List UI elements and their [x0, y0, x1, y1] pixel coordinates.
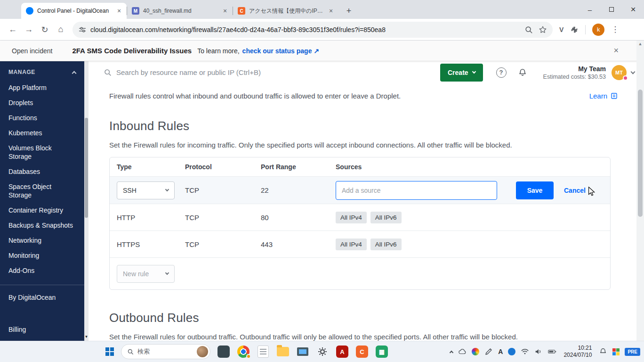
team-avatar[interactable]: MT — [612, 65, 627, 80]
add-source-input[interactable] — [336, 181, 497, 200]
battery-icon[interactable] — [548, 347, 556, 356]
sidebar-item-addons[interactable]: Add-Ons — [0, 263, 84, 278]
status-page-link[interactable]: check our status page ↗ — [242, 47, 319, 55]
tab-digitalocean[interactable]: Control Panel - DigitalOcean × — [21, 3, 127, 19]
window-maximize-button[interactable] — [601, 0, 622, 19]
acrobat-icon[interactable]: A — [334, 343, 351, 360]
http-rule-row[interactable]: HTTP TCP 80 All IPv4 All IPv6 — [110, 204, 610, 230]
bookmark-star-icon[interactable] — [539, 25, 547, 34]
sidebar-item-volumes[interactable]: Volumes Block Storage — [0, 140, 84, 164]
team-name: My Team — [543, 65, 606, 73]
c-app-icon[interactable]: C — [354, 343, 370, 360]
resource-search[interactable]: Search by resource name or public IP (Ct… — [104, 68, 440, 76]
sidebar-scrollbar-thumb[interactable] — [85, 118, 88, 218]
firewall-intro-text: Firewall rules control what inbound and … — [109, 92, 401, 100]
sidebar-item-app-platform[interactable]: App Platform — [0, 80, 84, 95]
pre-badge: PRE — [625, 348, 640, 356]
header-sources: Sources — [336, 163, 516, 171]
page-scrollbar[interactable]: ▲ — [636, 41, 644, 341]
onedrive-cloud-icon[interactable] — [458, 347, 467, 356]
sidebar-section-manage[interactable]: MANAGE — [0, 66, 84, 80]
window-minimize-button[interactable]: – — [579, 0, 601, 19]
taskbar-search-placeholder: 検索 — [137, 347, 150, 356]
green-app-icon[interactable]: ▦ — [373, 343, 390, 360]
v-extension-icon[interactable]: V — [559, 26, 564, 33]
browser-menu-icon[interactable]: ⋮ — [611, 25, 619, 34]
doc-icon — [610, 92, 618, 100]
sidebar-item-droplets[interactable]: Droplets — [0, 95, 84, 110]
scroll-up-arrow[interactable]: ▲ — [636, 41, 644, 46]
sidebar-item-backups[interactable]: Backups & Snapshots — [0, 218, 84, 233]
dark-app-icon[interactable] — [215, 343, 232, 360]
color-wheel-tray-icon[interactable] — [472, 348, 479, 355]
forward-icon[interactable]: → — [21, 22, 37, 38]
sidebar-item-spaces[interactable]: Spaces Object Storage — [0, 179, 84, 203]
banner-close-icon[interactable]: × — [613, 46, 619, 56]
sidebar-item-container-registry[interactable]: Container Registry — [0, 203, 84, 218]
create-button[interactable]: Create — [440, 64, 483, 82]
clock-time: 10:21 — [564, 345, 592, 352]
sidebar-item-databases[interactable]: Databases — [0, 164, 84, 179]
new-rule-select[interactable]: New rule — [117, 265, 175, 283]
blue-app-tray-icon[interactable] — [508, 348, 515, 355]
notepad-icon[interactable] — [255, 343, 272, 360]
learn-link[interactable]: Learn — [589, 92, 618, 100]
monitor-app-icon[interactable] — [294, 343, 311, 360]
https-rule-row[interactable]: HTTPS TCP 443 All IPv4 All IPv6 — [110, 230, 610, 257]
sidebar-item-kubernetes[interactable]: Kubernetes — [0, 125, 84, 140]
tray-expand-chevron-icon[interactable] — [450, 351, 453, 354]
site-settings-tune-icon[interactable] — [78, 25, 87, 34]
settings-gear-icon[interactable] — [314, 343, 331, 360]
search-lens-icon[interactable] — [524, 25, 533, 34]
new-rule-row: New rule — [110, 257, 610, 289]
cancel-button[interactable]: Cancel — [564, 187, 586, 194]
tab-close-icon[interactable]: × — [327, 7, 335, 15]
tab-close-icon[interactable]: × — [115, 7, 123, 15]
taskbar-clock[interactable]: 10:21 2024/07/10 — [564, 345, 592, 359]
sidebar-scrollbar[interactable]: ▼ — [84, 61, 89, 341]
tab-close-icon[interactable]: × — [221, 7, 229, 15]
inbound-rules-title: Inbound Rules — [109, 119, 618, 133]
ime-mode-indicator[interactable]: A — [498, 348, 503, 355]
do-topbar: Search by resource name or public IP (Ct… — [89, 61, 644, 83]
extensions-puzzle-icon[interactable] — [570, 25, 579, 34]
reload-icon[interactable]: ↻ — [37, 22, 53, 38]
rule-port: 22 — [261, 186, 336, 194]
taskbar-search[interactable]: 検索 — [121, 344, 210, 359]
tab-access-info[interactable]: C アクセス情報【使用中のIPアドレス※ × — [233, 3, 338, 19]
pinwheel-app-icon[interactable] — [612, 348, 620, 355]
notification-center-bell-icon[interactable] — [599, 347, 607, 356]
incident-banner-label[interactable]: Open incident — [12, 47, 52, 55]
sidebar-item-functions[interactable]: Functions — [0, 110, 84, 125]
file-explorer-icon[interactable] — [274, 343, 291, 360]
page-scrollbar-thumb[interactable] — [638, 90, 643, 217]
table-header-row: Type Protocol Port Range Sources — [110, 157, 610, 176]
pen-tray-icon[interactable] — [484, 347, 493, 356]
back-icon[interactable]: ← — [5, 22, 21, 38]
firewall-rules-page: Firewall rules control what inbound and … — [89, 83, 644, 341]
wifi-icon[interactable] — [521, 347, 529, 356]
do-sidebar: MANAGE App Platform Droplets Functions K… — [0, 61, 84, 341]
sidebar-item-networking[interactable]: Networking — [0, 233, 84, 248]
home-icon[interactable]: ⌂ — [53, 22, 69, 38]
tab-markdown-file[interactable]: M 40_ssh_firewall.md × — [127, 3, 233, 19]
rule-type-select[interactable]: SSH — [117, 181, 175, 199]
team-info: My Team Estimated costs: $30.53 — [543, 65, 606, 80]
new-tab-button[interactable]: + — [342, 4, 355, 17]
toolbar-divider — [585, 25, 586, 34]
speaker-icon[interactable] — [534, 347, 543, 356]
url-text[interactable]: cloud.digitalocean.com/networking/firewa… — [90, 26, 524, 33]
start-button[interactable] — [101, 343, 118, 360]
sidebar-scroll-down-arrow[interactable]: ▼ — [84, 335, 89, 339]
chrome-icon[interactable] — [235, 343, 252, 360]
account-chevron-down-icon[interactable] — [631, 69, 636, 74]
window-close-button[interactable]: × — [622, 0, 644, 19]
browser-profile-avatar[interactable]: k — [592, 24, 604, 36]
save-button[interactable]: Save — [516, 181, 554, 199]
address-bar[interactable]: cloud.digitalocean.com/networking/firewa… — [72, 22, 553, 38]
help-icon[interactable]: ? — [496, 67, 507, 78]
sidebar-item-billing[interactable]: Billing — [0, 322, 84, 337]
notifications-bell-icon[interactable] — [518, 68, 527, 77]
markdown-favicon: M — [132, 7, 139, 15]
sidebar-item-monitoring[interactable]: Monitoring — [0, 248, 84, 263]
